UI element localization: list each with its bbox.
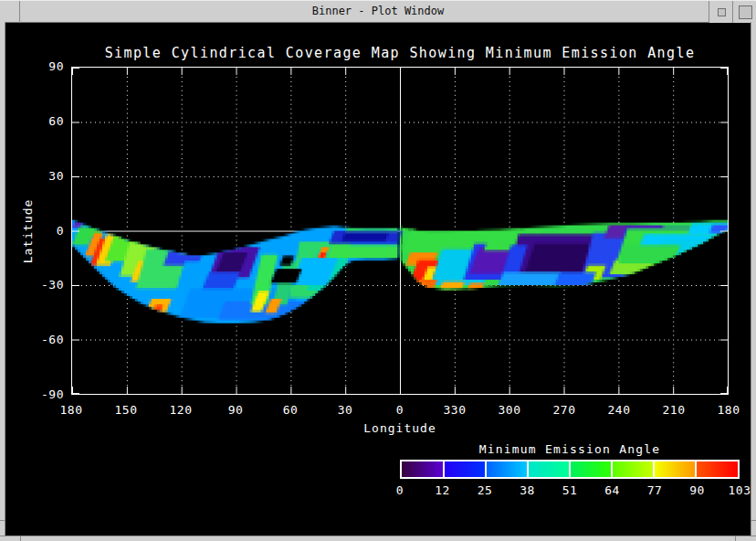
minimize-button[interactable]: [709, 1, 732, 23]
colorbar-separator: [485, 461, 487, 477]
x-tick-label: 180: [718, 403, 740, 417]
chart-title: Simple Cylindrical Coverage Map Showing …: [105, 45, 696, 61]
colorbar-tick-label: 90: [689, 483, 705, 497]
maximize-button[interactable]: [732, 1, 756, 23]
x-tick-label: 210: [663, 403, 686, 417]
colorbar-tick-label: 64: [604, 483, 620, 497]
colorbar-separator: [695, 461, 697, 477]
y-tick-label: 30: [22, 169, 64, 183]
window-resize-edge-left[interactable]: [0, 22, 5, 541]
window-resize-edge-right[interactable]: [751, 22, 756, 541]
colorbar-separator: [527, 461, 529, 477]
resize-notch: [735, 536, 736, 541]
colorbar-separator: [653, 461, 655, 477]
colorbar-tick-label: 25: [478, 483, 493, 497]
colorbar-tick-label: 77: [647, 483, 663, 497]
colorbar-separator: [443, 461, 445, 477]
minimize-icon: [718, 8, 726, 16]
colorbar-title: Minimum Emission Angle: [479, 442, 661, 456]
resize-notch: [20, 536, 21, 541]
y-tick-label: 60: [22, 114, 64, 128]
x-tick-label: 60: [283, 403, 299, 417]
x-tick-label: 0: [396, 403, 404, 417]
maximize-icon: [739, 5, 752, 19]
plot-axes-box: [71, 67, 729, 395]
window-titlebar[interactable]: Binner - Plot Window: [0, 0, 756, 23]
window-resize-edge-bottom[interactable]: [0, 536, 756, 541]
colorbar-separator: [611, 461, 613, 477]
x-tick-label: 240: [608, 403, 631, 417]
colorbar-tick-label: 103: [729, 483, 751, 497]
y-tick-label: -60: [22, 333, 64, 346]
y-tick-label: -30: [22, 278, 64, 292]
x-tick-label: 300: [499, 403, 521, 417]
colorbar-tick-label: 51: [562, 483, 578, 497]
colorbar-tick-label: 0: [396, 483, 404, 497]
x-tick-label: 180: [60, 403, 83, 417]
x-tick-label: 150: [115, 403, 138, 417]
window-title: Binner - Plot Window: [0, 5, 756, 17]
plot-window: Simple Cylindrical Coverage Map Showing …: [0, 0, 756, 541]
x-tick-label: 90: [228, 403, 244, 417]
y-tick-label: -90: [22, 387, 64, 401]
colorbar-tick-label: 38: [520, 483, 535, 497]
y-tick-label: 90: [22, 59, 64, 73]
x-axis-label: Longitude: [363, 421, 436, 435]
colorbar-tick-label: 12: [435, 483, 450, 497]
x-tick-label: 330: [444, 403, 467, 417]
coverage-map-canvas: [72, 68, 728, 394]
resize-notch: [751, 520, 756, 521]
x-tick-label: 270: [553, 403, 576, 417]
y-axis-label: Latitude: [21, 199, 35, 264]
x-tick-label: 30: [338, 403, 353, 417]
resize-notch: [0, 520, 5, 521]
x-tick-label: 120: [170, 403, 193, 417]
colorbar-separator: [569, 461, 571, 477]
colorbar: [400, 460, 740, 479]
